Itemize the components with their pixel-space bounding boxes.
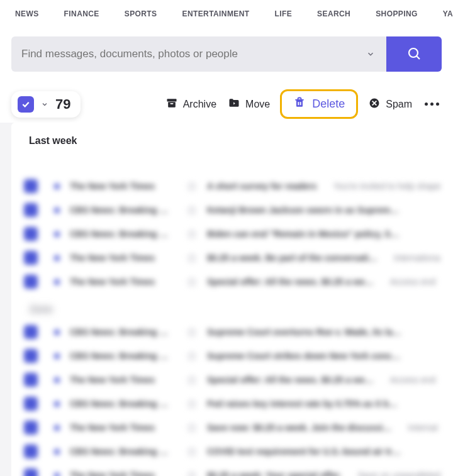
subject: Special offer: All the news. $0.25 a we…	[207, 375, 374, 385]
star-icon[interactable]	[187, 446, 197, 457]
preview: International	[394, 253, 440, 263]
row-checkbox[interactable]	[24, 445, 38, 458]
svg-marker-15	[187, 277, 196, 285]
unread-dot-icon	[54, 279, 60, 285]
move-label: Move	[245, 99, 270, 110]
preview: You're invited to help shape	[333, 181, 440, 191]
star-icon[interactable]	[187, 327, 197, 337]
archive-label: Archive	[183, 99, 216, 110]
more-button[interactable]	[422, 100, 442, 108]
checkbox-checked-icon[interactable]	[18, 96, 34, 113]
star-icon[interactable]	[187, 351, 197, 361]
svg-marker-12	[187, 206, 196, 214]
sender: The New York Times	[70, 375, 177, 385]
svg-marker-22	[187, 471, 196, 476]
sender: The New York Times	[70, 253, 177, 263]
star-icon[interactable]	[187, 181, 197, 191]
search-input[interactable]	[21, 48, 365, 60]
mail-row[interactable]: The New York Times Save now: $0.25 a wee…	[11, 416, 453, 440]
search-button[interactable]	[386, 36, 442, 72]
nav-item-more[interactable]: YA	[443, 9, 453, 18]
trash-icon	[293, 96, 306, 112]
search-box[interactable]	[11, 36, 386, 72]
sender: CBS News: Breaking …	[70, 399, 177, 409]
mail-row[interactable]: CBS News: Breaking … Supreme Court strik…	[11, 344, 453, 368]
mail-row[interactable]: CBS News: Breaking … Fed raises key inte…	[11, 392, 453, 416]
mail-row[interactable]: The New York Times $0.25 a week: Your sp…	[11, 463, 453, 476]
move-button[interactable]: Move	[226, 94, 271, 114]
sender: The New York Times	[70, 470, 177, 476]
section-header: Last week	[11, 125, 453, 152]
chevron-down-icon[interactable]	[40, 100, 49, 109]
row-checkbox[interactable]	[24, 468, 38, 476]
unread-dot-icon	[54, 208, 60, 213]
row-checkbox[interactable]	[24, 421, 38, 434]
mail-row[interactable]: CBS News: Breaking … Supreme Court overt…	[11, 320, 453, 344]
nav-item-search[interactable]: SEARCH	[317, 9, 350, 18]
subject: Special offer: All the news. $0.25 a we…	[207, 277, 374, 287]
row-checkbox[interactable]	[24, 373, 38, 387]
subject: $0.25 a week: Your special offer.	[207, 470, 341, 476]
star-icon[interactable]	[187, 277, 197, 287]
spam-label: Spam	[386, 99, 412, 110]
mail-list[interactable]: Last week The New York Times A short sur…	[11, 123, 453, 476]
unread-dot-icon	[54, 425, 60, 431]
unread-dot-icon	[54, 184, 60, 189]
mail-row[interactable]: The New York Times A short survey for re…	[11, 174, 453, 198]
star-icon[interactable]	[187, 253, 197, 263]
dot-icon	[436, 102, 439, 106]
star-icon[interactable]	[187, 205, 197, 215]
chevron-down-icon[interactable]	[365, 48, 376, 60]
star-icon[interactable]	[187, 375, 197, 385]
mail-row[interactable]: CBS News: Breaking … Ketanji Brown Jacks…	[11, 198, 453, 222]
subject: $0.25 a week. Be part of the conversati…	[207, 253, 378, 263]
search-icon	[406, 46, 422, 63]
nav-item-sports[interactable]: SPORTS	[125, 9, 157, 18]
top-nav: NEWS FINANCE SPORTS ENTERTAINMENT LIFE S…	[0, 0, 453, 28]
selection-pill[interactable]: 79	[11, 91, 81, 118]
nav-item-shopping[interactable]: SHOPPING	[376, 9, 418, 18]
mail-row[interactable]: The New York Times $0.25 a week. Be part…	[11, 246, 453, 270]
nav-item-entertainment[interactable]: ENTERTAINMENT	[182, 9, 250, 18]
spam-button[interactable]: Spam	[367, 94, 413, 114]
row-checkbox[interactable]	[24, 179, 38, 193]
star-icon[interactable]	[187, 470, 197, 476]
row-checkbox[interactable]	[24, 227, 38, 241]
subject: Biden can end "Remain in Mexico" policy,…	[207, 229, 402, 239]
svg-rect-4	[170, 103, 173, 104]
svg-rect-3	[168, 102, 176, 107]
svg-marker-14	[187, 253, 196, 262]
nav-item-news[interactable]: NEWS	[15, 9, 39, 18]
svg-marker-16	[187, 328, 196, 336]
sender: The New York Times	[70, 277, 177, 287]
mail-row[interactable]: The New York Times Special offer: All th…	[11, 368, 453, 392]
star-icon[interactable]	[187, 229, 197, 239]
mail-row[interactable]: The New York Times Special offer: All th…	[11, 270, 453, 294]
row-checkbox[interactable]	[24, 203, 38, 217]
move-icon	[228, 97, 240, 112]
row-checkbox[interactable]	[24, 251, 38, 265]
dot-icon	[425, 102, 428, 106]
subject: COVID test requirement for U.S.-bound ai…	[207, 446, 402, 457]
subject: Supreme Court overturns Roe v. Wade, its…	[207, 327, 402, 337]
subject: Fed raises key interest rate by 0.75% as…	[207, 399, 402, 409]
delete-button[interactable]: Delete	[280, 89, 358, 119]
unread-dot-icon	[54, 255, 60, 261]
row-checkbox[interactable]	[24, 397, 38, 411]
sender: The New York Times	[70, 423, 177, 433]
svg-marker-13	[187, 230, 196, 238]
row-checkbox[interactable]	[24, 325, 38, 339]
row-checkbox[interactable]	[24, 275, 38, 289]
archive-button[interactable]: Archive	[164, 94, 218, 114]
nav-item-life[interactable]: LIFE	[274, 9, 292, 18]
star-icon[interactable]	[187, 423, 197, 433]
preview: Access end	[390, 277, 440, 287]
mail-row[interactable]: CBS News: Breaking … COVID test requirem…	[11, 440, 453, 463]
archive-icon	[165, 97, 178, 112]
star-icon[interactable]	[187, 399, 197, 409]
subject: Supreme Court strikes down New York conc…	[207, 351, 402, 361]
svg-marker-17	[187, 351, 196, 360]
nav-item-finance[interactable]: FINANCE	[64, 9, 99, 18]
mail-row[interactable]: CBS News: Breaking … Biden can end "Rema…	[11, 222, 453, 246]
row-checkbox[interactable]	[24, 349, 38, 363]
